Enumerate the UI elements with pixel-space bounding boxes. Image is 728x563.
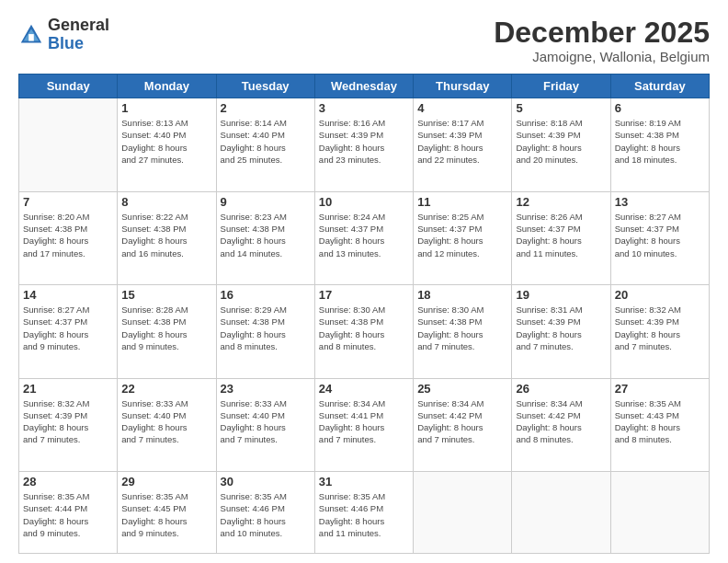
day-info: Sunrise: 8:34 AM Sunset: 4:42 PM Dayligh… [417,397,507,446]
column-header-tuesday: Tuesday [216,75,314,98]
day-number: 6 [615,101,705,115]
calendar-cell: 30Sunrise: 8:35 AM Sunset: 4:46 PM Dayli… [216,472,314,554]
column-header-thursday: Thursday [414,75,512,98]
calendar-cell: 15Sunrise: 8:28 AM Sunset: 4:38 PM Dayli… [118,285,216,378]
calendar-cell: 7Sunrise: 8:20 AM Sunset: 4:38 PM Daylig… [19,191,118,284]
day-info: Sunrise: 8:30 AM Sunset: 4:38 PM Dayligh… [319,304,409,352]
month-title: December 2025 [494,17,710,49]
day-info: Sunrise: 8:35 AM Sunset: 4:44 PM Dayligh… [23,490,113,539]
day-info: Sunrise: 8:20 AM Sunset: 4:38 PM Dayligh… [23,211,113,259]
day-number: 29 [121,475,211,488]
day-info: Sunrise: 8:27 AM Sunset: 4:37 PM Dayligh… [615,211,705,259]
day-number: 17 [319,288,409,302]
logo-icon [18,22,44,48]
calendar-cell: 27Sunrise: 8:35 AM Sunset: 4:43 PM Dayli… [610,378,709,471]
day-info: Sunrise: 8:32 AM Sunset: 4:39 PM Dayligh… [615,304,705,352]
calendar-cell [19,98,118,191]
calendar-cell: 26Sunrise: 8:34 AM Sunset: 4:42 PM Dayli… [512,378,610,471]
day-info: Sunrise: 8:31 AM Sunset: 4:39 PM Dayligh… [516,304,606,352]
logo-general: General [48,16,109,34]
title-block: December 2025 Jamoigne, Wallonia, Belgiu… [494,17,710,64]
day-number: 23 [221,382,311,396]
day-number: 11 [417,195,507,209]
day-info: Sunrise: 8:16 AM Sunset: 4:39 PM Dayligh… [319,117,409,166]
day-info: Sunrise: 8:27 AM Sunset: 4:37 PM Dayligh… [23,304,113,352]
calendar-cell: 18Sunrise: 8:30 AM Sunset: 4:38 PM Dayli… [414,285,512,378]
day-number: 2 [221,101,311,115]
calendar-cell: 8Sunrise: 8:22 AM Sunset: 4:38 PM Daylig… [118,191,216,284]
day-number: 16 [221,288,311,302]
calendar-cell: 29Sunrise: 8:35 AM Sunset: 4:45 PM Dayli… [118,472,216,554]
day-info: Sunrise: 8:35 AM Sunset: 4:46 PM Dayligh… [319,490,409,539]
day-info: Sunrise: 8:22 AM Sunset: 4:38 PM Dayligh… [121,211,211,259]
day-info: Sunrise: 8:13 AM Sunset: 4:40 PM Dayligh… [121,117,211,166]
day-info: Sunrise: 8:26 AM Sunset: 4:37 PM Dayligh… [516,211,606,259]
day-info: Sunrise: 8:14 AM Sunset: 4:40 PM Dayligh… [221,117,311,166]
day-number: 1 [121,101,211,115]
logo: General Blue [18,17,109,53]
day-number: 4 [417,101,507,115]
day-number: 31 [319,475,409,488]
day-info: Sunrise: 8:33 AM Sunset: 4:40 PM Dayligh… [121,397,211,446]
calendar-cell: 28Sunrise: 8:35 AM Sunset: 4:44 PM Dayli… [19,472,118,554]
calendar-cell: 16Sunrise: 8:29 AM Sunset: 4:38 PM Dayli… [216,285,314,378]
day-number: 9 [221,195,311,209]
calendar-cell: 2Sunrise: 8:14 AM Sunset: 4:40 PM Daylig… [216,98,314,191]
day-number: 5 [516,101,606,115]
day-number: 27 [615,382,705,396]
calendar-cell: 19Sunrise: 8:31 AM Sunset: 4:39 PM Dayli… [512,285,610,378]
calendar-cell: 17Sunrise: 8:30 AM Sunset: 4:38 PM Dayli… [314,285,413,378]
day-info: Sunrise: 8:23 AM Sunset: 4:38 PM Dayligh… [221,211,311,259]
calendar-cell: 6Sunrise: 8:19 AM Sunset: 4:38 PM Daylig… [610,98,709,191]
day-number: 30 [221,475,311,488]
day-info: Sunrise: 8:35 AM Sunset: 4:43 PM Dayligh… [615,397,705,446]
column-header-wednesday: Wednesday [314,75,413,98]
day-number: 13 [615,195,705,209]
calendar-cell: 3Sunrise: 8:16 AM Sunset: 4:39 PM Daylig… [314,98,413,191]
day-info: Sunrise: 8:24 AM Sunset: 4:37 PM Dayligh… [319,211,409,259]
day-number: 25 [417,382,507,396]
calendar-cell: 9Sunrise: 8:23 AM Sunset: 4:38 PM Daylig… [216,191,314,284]
calendar-cell: 1Sunrise: 8:13 AM Sunset: 4:40 PM Daylig… [118,98,216,191]
day-info: Sunrise: 8:34 AM Sunset: 4:41 PM Dayligh… [319,397,409,446]
calendar-week-row: 7Sunrise: 8:20 AM Sunset: 4:38 PM Daylig… [19,191,710,284]
calendar-cell: 5Sunrise: 8:18 AM Sunset: 4:39 PM Daylig… [512,98,610,191]
day-number: 21 [23,382,113,396]
logo-text: General Blue [48,17,109,53]
day-number: 7 [23,195,113,209]
calendar-cell: 31Sunrise: 8:35 AM Sunset: 4:46 PM Dayli… [314,472,413,554]
calendar-cell: 22Sunrise: 8:33 AM Sunset: 4:40 PM Dayli… [118,378,216,471]
calendar-week-row: 1Sunrise: 8:13 AM Sunset: 4:40 PM Daylig… [19,98,710,191]
day-number: 3 [319,101,409,115]
day-info: Sunrise: 8:35 AM Sunset: 4:45 PM Dayligh… [121,490,211,539]
svg-rect-2 [28,34,34,40]
day-number: 18 [417,288,507,302]
day-info: Sunrise: 8:19 AM Sunset: 4:38 PM Dayligh… [615,117,705,166]
location: Jamoigne, Wallonia, Belgium [494,49,710,64]
day-number: 8 [121,195,211,209]
day-number: 19 [516,288,606,302]
calendar-header-row: SundayMondayTuesdayWednesdayThursdayFrid… [19,75,710,98]
calendar-cell: 4Sunrise: 8:17 AM Sunset: 4:39 PM Daylig… [414,98,512,191]
calendar-cell: 11Sunrise: 8:25 AM Sunset: 4:37 PM Dayli… [414,191,512,284]
day-info: Sunrise: 8:34 AM Sunset: 4:42 PM Dayligh… [516,397,606,446]
header: General Blue December 2025 Jamoigne, Wal… [18,17,710,64]
logo-blue: Blue [48,34,84,52]
day-number: 22 [121,382,211,396]
column-header-monday: Monday [118,75,216,98]
day-number: 20 [615,288,705,302]
calendar-week-row: 14Sunrise: 8:27 AM Sunset: 4:37 PM Dayli… [19,285,710,378]
calendar-cell: 20Sunrise: 8:32 AM Sunset: 4:39 PM Dayli… [610,285,709,378]
calendar-cell: 14Sunrise: 8:27 AM Sunset: 4:37 PM Dayli… [19,285,118,378]
calendar-cell: 13Sunrise: 8:27 AM Sunset: 4:37 PM Dayli… [610,191,709,284]
day-info: Sunrise: 8:17 AM Sunset: 4:39 PM Dayligh… [417,117,507,166]
calendar-cell: 24Sunrise: 8:34 AM Sunset: 4:41 PM Dayli… [314,378,413,471]
calendar-cell: 10Sunrise: 8:24 AM Sunset: 4:37 PM Dayli… [314,191,413,284]
day-info: Sunrise: 8:29 AM Sunset: 4:38 PM Dayligh… [221,304,311,352]
day-info: Sunrise: 8:35 AM Sunset: 4:46 PM Dayligh… [221,490,311,539]
calendar-table: SundayMondayTuesdayWednesdayThursdayFrid… [18,74,710,554]
calendar-cell [414,472,512,554]
calendar-cell: 23Sunrise: 8:33 AM Sunset: 4:40 PM Dayli… [216,378,314,471]
day-info: Sunrise: 8:28 AM Sunset: 4:38 PM Dayligh… [121,304,211,352]
column-header-friday: Friday [512,75,610,98]
